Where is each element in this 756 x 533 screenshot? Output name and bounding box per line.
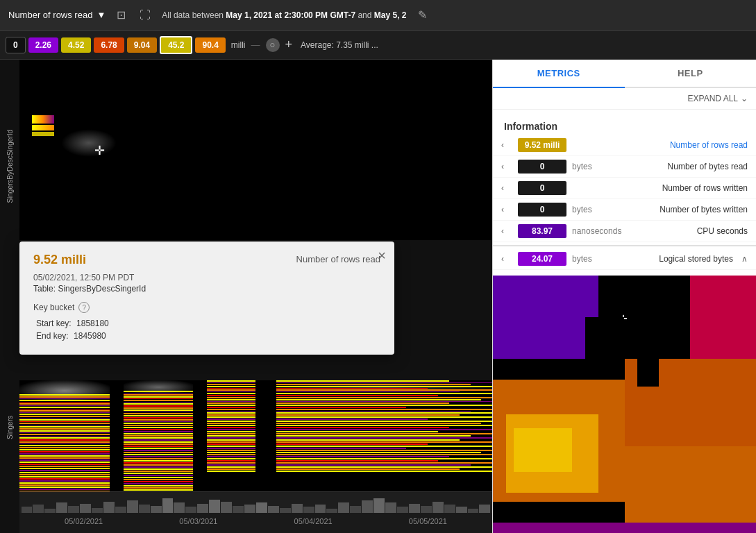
- top-viz-area[interactable]: ✛: [19, 60, 492, 240]
- singers-by-desc-label: SingersByDescSingerId: [6, 130, 14, 203]
- pill-1[interactable]: 2.26: [28, 37, 58, 53]
- tooltip-popup: × 9.52 milli Number of rows read 05/02/2…: [19, 242, 394, 355]
- pill-3[interactable]: 6.78: [94, 37, 124, 53]
- label-bytes-read: Number of bytes read: [626, 162, 748, 171]
- black-descent: [585, 317, 625, 359]
- pill-2[interactable]: 4.52: [61, 37, 91, 53]
- pill-rows-written: 0: [518, 181, 566, 195]
- right-header: EXPAND ALL ⌄: [493, 88, 756, 110]
- tab-metrics[interactable]: METRICS: [493, 60, 625, 88]
- pill-bytes-written: 0: [518, 203, 566, 217]
- purple-block-top-left: [493, 276, 598, 359]
- information-section: Information ‹ 9.52 milli Number of rows …: [493, 110, 756, 276]
- expand-all-icon: ⌄: [741, 94, 748, 103]
- pill-cpu: 83.97: [518, 224, 566, 238]
- pill-5[interactable]: 45.2: [160, 36, 192, 54]
- pills-row: 0 2.26 4.52 6.78 9.04 45.2 90.4 milli — …: [0, 31, 756, 60]
- average-text: Average: 7.35 milli ...: [301, 40, 378, 50]
- timeline-date-4: 05/05/2021: [409, 517, 447, 525]
- right-viz-area[interactable]: ✛: [493, 276, 756, 533]
- tooltip-key-bucket: Key bucket ?: [33, 302, 380, 313]
- right-panel: METRICS HELP EXPAND ALL ⌄ Information ‹ …: [492, 60, 756, 533]
- header: Number of rows read ▼ ⊡ ⛶ All data betwe…: [0, 0, 756, 31]
- left-panel: SingersByDescSingerId Singers ✛ × 9.52 m…: [0, 60, 492, 533]
- unit-cpu: nanoseconds: [572, 226, 621, 236]
- tab-help[interactable]: HELP: [625, 60, 757, 87]
- chevron-rows-written[interactable]: ‹: [501, 183, 512, 193]
- timeline-date-2: 05/03/2021: [179, 517, 217, 525]
- help-icon[interactable]: ?: [78, 302, 90, 313]
- info-row-bytes-read: ‹ 0 bytes Number of bytes read: [493, 156, 756, 178]
- pill-0[interactable]: 0: [6, 37, 26, 53]
- pill-bytes-read: 0: [518, 160, 566, 174]
- expand-icon[interactable]: ⛶: [137, 6, 153, 24]
- mini-bars: [19, 492, 492, 513]
- chevron-lsb[interactable]: ‹: [501, 254, 512, 264]
- sidebar-label-singers: Singers: [0, 393, 19, 462]
- tooltip-start-key: Start key: 1858180: [33, 319, 380, 328]
- tooltip-table: Table: SingersByDescSingerId: [33, 284, 380, 294]
- glow-spot: [61, 129, 117, 157]
- viz-box-3: [32, 132, 54, 136]
- chevron-rows-read[interactable]: ‹: [501, 140, 512, 150]
- singers-label: Singers: [6, 416, 14, 439]
- main-area: SingersByDescSingerId Singers ✛ × 9.52 m…: [0, 60, 756, 533]
- pill-6[interactable]: 90.4: [195, 37, 225, 53]
- label-rows-read: Number of rows read: [626, 140, 748, 150]
- chevron-bytes-read[interactable]: ‹: [501, 162, 512, 171]
- timeline-labels: 05/02/2021 05/03/2021 05/04/2021 05/05/2…: [19, 513, 492, 525]
- tooltip-close-button[interactable]: ×: [378, 248, 386, 262]
- lsb-collapse-icon[interactable]: ∧: [741, 254, 748, 264]
- expand-all-button[interactable]: EXPAND ALL ⌄: [688, 94, 748, 103]
- label-cpu: CPU seconds: [627, 226, 748, 236]
- chevron-cpu[interactable]: ‹: [501, 226, 512, 236]
- timeline-mini-chart: [19, 492, 492, 513]
- pill-4[interactable]: 9.04: [127, 37, 157, 53]
- info-row-rows-read: ‹ 9.52 milli Number of rows read: [493, 135, 756, 156]
- separator: —: [251, 40, 260, 50]
- visibility-toggle[interactable]: ○: [266, 38, 280, 52]
- label-lsb: Logical stored bytes: [626, 254, 733, 264]
- info-row-rows-written: ‹ 0 Number of rows written: [493, 178, 756, 199]
- label-rows-written: Number of rows written: [626, 183, 748, 193]
- tooltip-value: 9.52 milli: [33, 253, 86, 267]
- metric-selector[interactable]: Number of rows read ▼: [8, 10, 106, 20]
- info-title: Information: [493, 115, 756, 135]
- unit-lsb: bytes: [572, 254, 621, 264]
- sidebar-label-singers-by-desc: SingersByDescSingerId: [0, 90, 19, 243]
- info-row-bytes-written: ‹ 0 bytes Number of bytes written: [493, 199, 756, 221]
- crop-icon[interactable]: ⊡: [114, 6, 128, 24]
- unit-label: milli: [231, 40, 246, 50]
- right-orange-bottom: [625, 446, 757, 534]
- right-viz-top: ✛: [493, 276, 756, 359]
- black-patch-2: [637, 359, 658, 387]
- metric-label: Number of rows read: [8, 10, 92, 20]
- right-viz-bottom: [493, 359, 756, 533]
- pill-rows-read: 9.52 milli: [518, 138, 566, 152]
- timeline-date-3: 05/04/2021: [294, 517, 333, 525]
- tooltip-date: 05/02/2021, 12:50 PM PDT: [33, 273, 380, 282]
- bright-yellow-block: [514, 428, 571, 472]
- unit-bytes-read: bytes: [572, 162, 621, 171]
- crimson-block: [690, 276, 756, 359]
- tooltip-end-key: End key: 1845980: [33, 331, 380, 341]
- info-row-cpu: ‹ 83.97 nanoseconds CPU seconds: [493, 221, 756, 242]
- date-range: All data between May 1, 2021 at 2:30:00 …: [162, 10, 406, 20]
- purple-bottom-accent: [493, 523, 756, 533]
- chevron-bytes-written[interactable]: ‹: [501, 205, 512, 214]
- label-bytes-written: Number of bytes written: [626, 205, 748, 214]
- add-series-button[interactable]: +: [285, 37, 293, 52]
- edit-icon[interactable]: ✎: [415, 6, 430, 24]
- pill-lsb: 24.07: [518, 252, 566, 266]
- right-tabs: METRICS HELP: [493, 60, 756, 88]
- viz-box-2: [32, 125, 54, 130]
- timeline[interactable]: 05/02/2021 05/03/2021 05/04/2021 05/05/2…: [19, 491, 492, 533]
- viz-box-1: [32, 115, 54, 124]
- info-row-lsb: ‹ 24.07 bytes Logical stored bytes ∧: [493, 245, 756, 270]
- dropdown-arrow-icon[interactable]: ▼: [96, 10, 106, 20]
- black-patch-1: [493, 359, 524, 380]
- timeline-date-1: 05/02/2021: [65, 517, 103, 525]
- unit-bytes-written: bytes: [572, 205, 621, 214]
- tooltip-metric: Number of rows read: [296, 254, 380, 264]
